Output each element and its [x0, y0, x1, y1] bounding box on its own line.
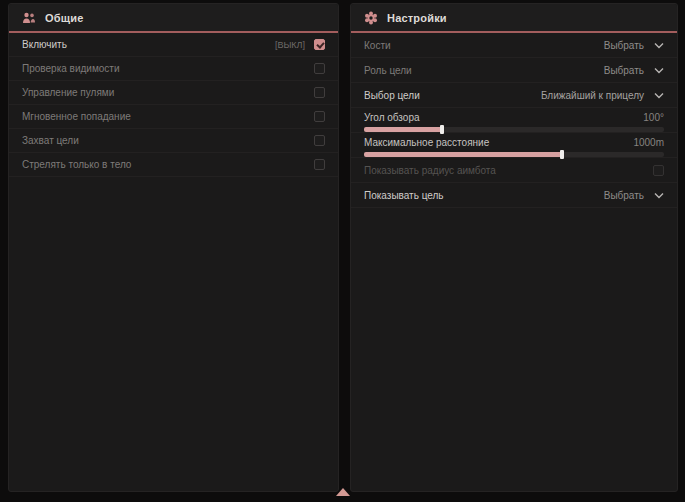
- settings-panel-header: Настройки: [351, 4, 677, 33]
- fov-value: 100°: [643, 112, 664, 123]
- row-enable: Включить [ВЫКЛ]: [9, 33, 338, 57]
- target-selection-dropdown-value: Ближайший к прицелу: [541, 90, 644, 101]
- general-panel-header: Общие: [9, 4, 338, 33]
- row-target-role: Роль цели Выбрать: [351, 58, 677, 83]
- body-only-checkbox[interactable]: [314, 159, 325, 170]
- target-role-dropdown-value: Выбрать: [604, 65, 644, 76]
- bullet-control-checkbox[interactable]: [314, 87, 325, 98]
- instant-hit-checkbox[interactable]: [314, 111, 325, 122]
- expand-menu-arrow-icon[interactable]: [336, 488, 350, 496]
- bullet-control-label: Управление пулями: [22, 87, 114, 98]
- target-lock-checkbox[interactable]: [314, 135, 325, 146]
- fov-label: Угол обзора: [364, 112, 420, 123]
- settings-panel: Настройки Кости Выбрать Роль цели Выбрат…: [350, 3, 678, 492]
- max-distance-slider-knob[interactable]: [560, 150, 564, 159]
- show-target-label: Показывать цель: [364, 190, 444, 201]
- enable-label: Включить: [22, 39, 67, 50]
- fov-slider[interactable]: [364, 127, 664, 132]
- settings-panel-title: Настройки: [387, 12, 447, 24]
- bones-label: Кости: [364, 40, 391, 51]
- show-target-dropdown-value: Выбрать: [604, 190, 644, 201]
- target-selection-label: Выбор цели: [364, 90, 420, 101]
- bones-dropdown[interactable]: Выбрать: [604, 40, 664, 51]
- max-distance-label: Максимальное расстояние: [364, 137, 489, 148]
- target-selection-dropdown[interactable]: Ближайший к прицелу: [541, 90, 664, 101]
- visibility-check-label: Проверка видимости: [22, 63, 120, 74]
- visibility-check-checkbox[interactable]: [314, 63, 325, 74]
- enable-hotkey[interactable]: [ВЫКЛ]: [275, 40, 305, 50]
- target-role-dropdown[interactable]: Выбрать: [604, 65, 664, 76]
- gear-icon: [364, 11, 378, 25]
- instant-hit-label: Мгновенное попадание: [22, 111, 131, 122]
- show-radius-checkbox[interactable]: [653, 165, 664, 176]
- chevron-down-icon: [654, 92, 664, 99]
- show-target-dropdown[interactable]: Выбрать: [604, 190, 664, 201]
- row-bones: Кости Выбрать: [351, 33, 677, 58]
- chevron-down-icon: [654, 192, 664, 199]
- target-lock-label: Захват цели: [22, 135, 79, 146]
- fov-slider-knob[interactable]: [440, 125, 444, 134]
- row-max-distance: Максимальное расстояние 1000m: [351, 133, 677, 158]
- max-distance-slider[interactable]: [364, 152, 664, 157]
- row-bullet-control: Управление пулями: [9, 81, 338, 105]
- chevron-down-icon: [654, 67, 664, 74]
- row-show-radius: Показывать радиус аимбота: [351, 158, 677, 183]
- enable-checkbox[interactable]: [314, 39, 325, 50]
- target-role-label: Роль цели: [364, 65, 412, 76]
- show-radius-label: Показывать радиус аимбота: [364, 165, 496, 176]
- fov-slider-fill: [364, 127, 442, 132]
- general-panel: Общие Включить [ВЫКЛ] Проверка видимости…: [8, 3, 339, 492]
- row-target-lock: Захват цели: [9, 129, 338, 153]
- row-body-only: Стрелять только в тело: [9, 153, 338, 177]
- row-instant-hit: Мгновенное попадание: [9, 105, 338, 129]
- row-target-selection: Выбор цели Ближайший к прицелу: [351, 83, 677, 108]
- row-fov: Угол обзора 100°: [351, 108, 677, 133]
- row-show-target: Показывать цель Выбрать: [351, 183, 677, 208]
- row-visibility-check: Проверка видимости: [9, 57, 338, 81]
- body-only-label: Стрелять только в тело: [22, 159, 131, 170]
- users-icon: [22, 12, 36, 24]
- general-panel-title: Общие: [45, 12, 84, 24]
- chevron-down-icon: [654, 42, 664, 49]
- max-distance-slider-fill: [364, 152, 562, 157]
- max-distance-value: 1000m: [633, 137, 664, 148]
- bones-dropdown-value: Выбрать: [604, 40, 644, 51]
